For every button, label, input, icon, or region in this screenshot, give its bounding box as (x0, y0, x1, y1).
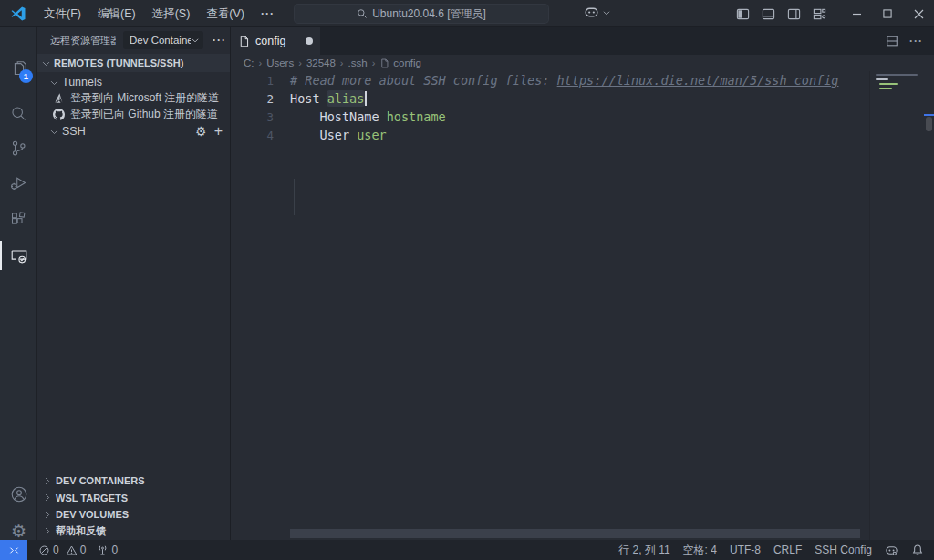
tab-config[interactable]: config (231, 27, 320, 55)
microsoft-azure-icon (53, 92, 65, 104)
section-dev-volumes[interactable]: DEV VOLUMES (37, 506, 230, 524)
scrollbar-slider[interactable] (926, 117, 932, 131)
menu-more-icon[interactable]: ··· (253, 7, 283, 20)
code-line-4[interactable]: 4 User user (231, 126, 869, 144)
chevron-right-icon (42, 493, 52, 503)
eol-status[interactable]: CRLF (771, 540, 804, 560)
source-control-activity-icon[interactable] (0, 130, 37, 166)
modified-dot-icon[interactable] (306, 37, 313, 45)
radio-tower-icon (97, 544, 109, 556)
remote-icon (8, 544, 20, 556)
problems-status[interactable]: 0 0 (35, 540, 89, 560)
chevron-down-icon[interactable] (602, 8, 611, 17)
chevron-right-icon (42, 526, 52, 536)
chevron-down-icon (49, 127, 59, 137)
tunnel-item-github[interactable]: 登录到已向 Github 注册的隧道 (37, 106, 230, 122)
copilot-icon[interactable] (584, 5, 599, 20)
line-number: 1 (231, 74, 274, 88)
cursor-position-status[interactable]: 行 2, 列 11 (616, 540, 672, 560)
editor-more-actions-icon[interactable]: ··· (909, 35, 923, 47)
breadcrumb-user[interactable]: 32548 (306, 57, 336, 68)
menu-view[interactable]: 查看(V) (198, 4, 253, 24)
tunnels-group-row[interactable]: Tunnels (37, 74, 230, 90)
accounts-icon[interactable] (0, 476, 37, 513)
close-button[interactable] (903, 0, 934, 27)
breadcrumb-ssh[interactable]: .ssh (348, 57, 368, 68)
github-icon (53, 109, 65, 120)
chevron-right-icon (42, 510, 52, 520)
notifications-status[interactable] (908, 540, 927, 560)
customize-layout-icon[interactable] (813, 7, 826, 21)
title-bar: 文件(F) 编辑(E) 选择(S) 查看(V) ··· ← → Ubuntu20… (0, 0, 934, 27)
ruler-cursor-mark (924, 114, 934, 116)
menu-edit[interactable]: 编辑(E) (89, 4, 144, 24)
remote-explorer-sidebar: 远程资源管理器 Dev Container ··· REMOTES (TUNNE… (37, 27, 231, 540)
toggle-primary-sidebar-icon[interactable] (736, 7, 750, 21)
encoding-status[interactable]: UTF-8 (727, 540, 763, 560)
overview-ruler[interactable] (924, 71, 934, 540)
breadcrumb-file[interactable]: config (379, 57, 421, 68)
remote-indicator[interactable] (0, 540, 27, 560)
remote-type-picker[interactable]: Dev Container (123, 31, 203, 49)
remotes-section-header[interactable]: REMOTES (TUNNELS/SSH) (37, 54, 230, 72)
status-bar: 0 0 0 行 2, 列 11 空格: 4 UTF-8 CRLF SSH Con… (0, 540, 934, 560)
explorer-badge: 1 (19, 69, 33, 83)
line-number: 3 (231, 110, 274, 124)
code-line-1[interactable]: 1 # Read more about SSH config files: ht… (231, 71, 869, 89)
minimap[interactable] (869, 71, 924, 540)
code-editor[interactable]: 1 # Read more about SSH config files: ht… (231, 71, 869, 540)
vscode-logo-icon (10, 5, 26, 22)
line-number: 4 (231, 129, 274, 142)
code-line-2[interactable]: 2 Host alias (231, 89, 869, 108)
chevron-right-icon (42, 476, 52, 486)
warning-icon (66, 544, 78, 556)
ssh-configure-gear-icon[interactable]: ⚙ (195, 125, 207, 138)
breadcrumb-users[interactable]: Users (266, 57, 294, 68)
toggle-secondary-sidebar-icon[interactable] (787, 7, 801, 21)
copilot-status[interactable] (882, 540, 901, 560)
section-dev-containers[interactable]: DEV CONTAINERS (37, 472, 230, 490)
code-line-3[interactable]: 3 HostName hostname (231, 108, 869, 126)
maximize-button[interactable] (872, 0, 903, 27)
tab-bar: config ··· (231, 27, 934, 55)
section-help-feedback[interactable]: 帮助和反馈 (37, 524, 230, 541)
copilot-icon (885, 544, 898, 557)
error-icon (38, 544, 50, 556)
activity-bar: 1 (0, 27, 37, 540)
command-center-label: Ubuntu20.04.6 [管理员] (372, 6, 486, 22)
explorer-activity-icon[interactable]: 1 (0, 51, 37, 88)
sidebar-more-actions-icon[interactable]: ··· (213, 34, 226, 47)
search-activity-icon[interactable] (0, 95, 37, 131)
menu-selection[interactable]: 选择(S) (144, 4, 199, 24)
run-debug-activity-icon[interactable] (0, 164, 37, 201)
remote-explorer-activity-icon[interactable] (0, 237, 37, 274)
ports-status[interactable]: 0 (93, 540, 121, 560)
toggle-panel-icon[interactable] (762, 7, 775, 21)
comment-link[interactable]: https://linux.die.net/man/5/ssh_config (557, 73, 839, 88)
ssh-group-row[interactable]: SSH ⚙ + (37, 122, 230, 140)
minimize-button[interactable] (841, 0, 872, 27)
language-mode-status[interactable]: SSH Config (812, 540, 875, 560)
section-wsl-targets[interactable]: WSL TARGETS (37, 490, 230, 507)
split-editor-icon[interactable] (886, 35, 898, 47)
breadcrumb-drive[interactable]: C: (244, 57, 254, 68)
horizontal-scrollbar[interactable] (290, 529, 860, 538)
bell-icon (911, 544, 924, 556)
chevron-down-icon (191, 36, 200, 45)
command-center[interactable]: Ubuntu20.04.6 [管理员] (294, 4, 549, 24)
extensions-activity-icon[interactable] (0, 201, 37, 237)
tunnel-item-microsoft[interactable]: 登录到向 Microsoft 注册的隧道 (37, 89, 230, 106)
line-number-active: 2 (231, 92, 274, 106)
text-cursor (365, 91, 367, 106)
indent-guide (294, 179, 295, 215)
file-icon (379, 58, 389, 68)
vscode-window: 文件(F) 编辑(E) 选择(S) 查看(V) ··· ← → Ubuntu20… (0, 0, 934, 560)
indentation-status[interactable]: 空格: 4 (680, 540, 720, 560)
menu-file[interactable]: 文件(F) (36, 4, 89, 24)
file-icon (238, 36, 250, 47)
sidebar-title: 远程资源管理器 (50, 34, 116, 47)
ssh-add-icon[interactable]: + (214, 124, 223, 139)
editor-group: config ··· C:› Users› 32548› .ssh› confi… (231, 27, 934, 540)
breadcrumb: C:› Users› 32548› .ssh› config (231, 55, 934, 71)
chevron-down-icon (41, 58, 51, 68)
